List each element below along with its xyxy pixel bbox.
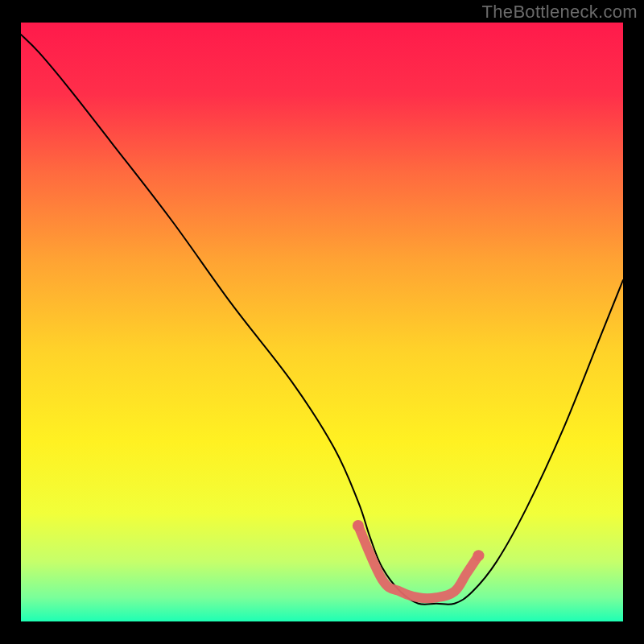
chart-plot bbox=[21, 23, 623, 621]
chart-background bbox=[21, 23, 623, 621]
chart-svg bbox=[21, 23, 623, 621]
accent-dot-1 bbox=[473, 550, 484, 561]
stage: TheBottleneck.com bbox=[0, 0, 644, 644]
accent-dot-0 bbox=[353, 520, 364, 531]
watermark-text: TheBottleneck.com bbox=[482, 2, 638, 23]
